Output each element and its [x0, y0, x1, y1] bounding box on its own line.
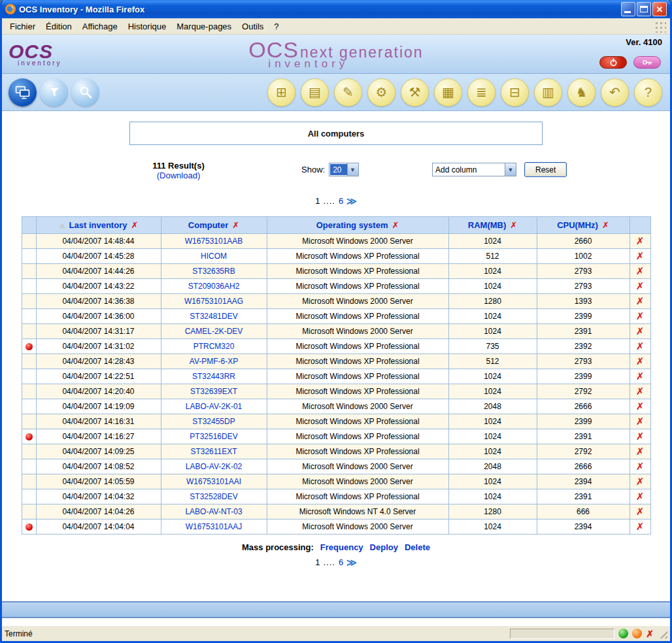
delete-computer-icon[interactable]: ✗	[636, 310, 645, 322]
computer-link[interactable]: ST32528DEV	[190, 492, 237, 501]
last-page-link[interactable]: 6	[339, 196, 343, 206]
delete-computer-icon[interactable]: ✗	[636, 250, 645, 262]
logout-button[interactable]	[599, 56, 627, 69]
remove-column-icon[interactable]: ✗	[131, 220, 138, 230]
computer-link[interactable]: HICOM	[201, 252, 227, 261]
search-icon[interactable]	[71, 78, 99, 107]
add-column-select[interactable]: Add column ▼	[432, 163, 516, 176]
minimize-button[interactable]	[621, 2, 635, 16]
settings-icon[interactable]: ⚙	[367, 78, 395, 107]
delete-computer-icon[interactable]: ✗	[636, 446, 645, 457]
column-header-computer[interactable]: Computer✗	[161, 217, 267, 234]
delete-computer-icon[interactable]: ✗	[636, 355, 645, 367]
delete-computer-icon[interactable]: ✗	[636, 491, 645, 503]
column-header-ram-mb-[interactable]: RAM(MB)✗	[448, 217, 537, 234]
computer-link[interactable]: W16753101AAJ	[186, 522, 243, 531]
menu-historique[interactable]: Historique	[123, 20, 172, 33]
agent-icon[interactable]: ♞	[567, 78, 596, 107]
sort-ascending-icon[interactable]: ▲	[59, 222, 66, 229]
delete-computer-icon[interactable]: ✗	[636, 340, 645, 352]
cell-delete: ✗	[630, 489, 650, 504]
menu-marque-pages[interactable]: Marque-pages	[171, 20, 237, 33]
delete-computer-icon[interactable]: ✗	[636, 295, 645, 307]
chevron-down-icon[interactable]: ▼	[347, 163, 358, 176]
documents-icon[interactable]: ≣	[467, 78, 496, 107]
cell-computer: ST32443RR	[161, 369, 267, 384]
column-header-operating-system[interactable]: Operating system✗	[267, 217, 448, 234]
remove-column-icon[interactable]: ✗	[232, 220, 239, 230]
computer-link[interactable]: LABO-AV-2K-01	[186, 402, 242, 411]
help-icon[interactable]: ?	[634, 78, 662, 107]
remove-column-icon[interactable]: ✗	[510, 220, 517, 230]
delete-computer-icon[interactable]: ✗	[636, 386, 645, 397]
cell-computer: W16753101AAJ	[161, 519, 267, 535]
computer-link[interactable]: ST32443RR	[192, 372, 235, 381]
show-count-select[interactable]: 20 ▼	[329, 163, 358, 176]
computer-link[interactable]: W16753101AAB	[185, 237, 243, 246]
computer-link[interactable]: CAMEL-2K-DEV	[185, 327, 243, 336]
close-button[interactable]: ✕	[652, 2, 667, 16]
last-page-link[interactable]: 6	[339, 557, 343, 567]
computer-link[interactable]: W16753101AAI	[186, 477, 241, 486]
delete-computer-icon[interactable]: ✗	[636, 506, 645, 518]
next-pages-icon[interactable]: ≫	[346, 196, 357, 206]
delete-computer-icon[interactable]: ✗	[636, 476, 645, 487]
computer-link[interactable]: AV-PMF-6-XP	[190, 357, 238, 366]
delete-computer-icon[interactable]: ✗	[636, 401, 645, 412]
menu-outils[interactable]: Outils	[237, 20, 269, 33]
delete-computer-icon[interactable]: ✗	[636, 325, 645, 337]
gift-icon[interactable]: ⊞	[267, 78, 295, 107]
delete-computer-icon[interactable]: ✗	[636, 431, 645, 442]
computer-link[interactable]: ST32639EXT	[190, 387, 237, 396]
chevron-down-icon[interactable]: ▼	[505, 163, 516, 176]
report-icon[interactable]: ▥	[534, 78, 562, 107]
computer-link[interactable]: ST32635RB	[192, 267, 235, 276]
computer-link[interactable]: ST32611EXT	[190, 447, 237, 456]
computer-link[interactable]: PT32516DEV	[190, 432, 237, 441]
feed-status-icon[interactable]	[632, 629, 642, 638]
menu-edition[interactable]: Édition	[41, 20, 77, 33]
reset-button[interactable]: Reset	[524, 162, 567, 177]
resize-grip[interactable]	[658, 629, 667, 638]
remove-column-icon[interactable]: ✗	[602, 220, 609, 230]
computer-link[interactable]: W16753101AAG	[184, 297, 243, 306]
mass-frequency-link[interactable]: Frequency	[320, 542, 363, 552]
computer-link[interactable]: ST32455DP	[192, 417, 235, 426]
delete-computer-icon[interactable]: ✗	[636, 461, 645, 472]
column-header-last-inventory[interactable]: ▲Last inventory✗	[36, 217, 161, 234]
delete-computer-icon[interactable]: ✗	[636, 235, 645, 247]
all-computers-icon[interactable]	[8, 78, 37, 107]
filter-icon[interactable]	[40, 78, 68, 107]
computer-link[interactable]: ST209036AH2	[188, 282, 240, 291]
firewall-icon[interactable]: ▤	[301, 78, 329, 107]
mass-delete-link[interactable]: Delete	[405, 542, 430, 552]
delete-computer-icon[interactable]: ✗	[636, 521, 645, 533]
menu-affichage[interactable]: Affichage	[77, 20, 123, 33]
packages-icon[interactable]: ▦	[434, 78, 462, 107]
computer-link[interactable]: LABO-AV-NT-03	[185, 507, 242, 516]
menu-fichier[interactable]: Fichier	[5, 20, 41, 33]
update-status-icon[interactable]	[618, 629, 628, 638]
computer-link[interactable]: PTRCM320	[193, 342, 235, 351]
delete-computer-icon[interactable]: ✗	[636, 416, 645, 427]
duplicates-icon[interactable]: ⊟	[501, 78, 529, 107]
restore-icon[interactable]: ↶	[601, 78, 629, 107]
download-link[interactable]: (Download)	[157, 171, 200, 180]
computer-link[interactable]: LABO-AV-2K-02	[186, 462, 242, 471]
maximize-button[interactable]	[637, 2, 651, 16]
stop-status-icon[interactable]: ✗	[646, 629, 654, 638]
cell-last-inventory: 04/04/2007 14:45:28	[36, 249, 161, 264]
next-pages-icon[interactable]: ≫	[346, 557, 357, 567]
column-header-cpu-mhz-[interactable]: CPU(MHz)✗	[537, 217, 630, 234]
computer-link[interactable]: ST32481DEV	[190, 312, 237, 321]
security-button[interactable]	[633, 56, 661, 69]
mass-deploy-link[interactable]: Deploy	[370, 542, 398, 552]
wrench-icon[interactable]: ⚒	[401, 78, 429, 107]
delete-computer-icon[interactable]: ✗	[636, 280, 645, 292]
menu-aide[interactable]: ?	[269, 20, 284, 33]
computer-row: 04/04/2007 14:20:40ST32639EXTMicrosoft W…	[22, 384, 650, 399]
remove-column-icon[interactable]: ✗	[392, 220, 399, 230]
delete-computer-icon[interactable]: ✗	[636, 265, 645, 277]
delete-computer-icon[interactable]: ✗	[636, 371, 645, 382]
tag-edit-icon[interactable]: ✎	[334, 78, 362, 107]
